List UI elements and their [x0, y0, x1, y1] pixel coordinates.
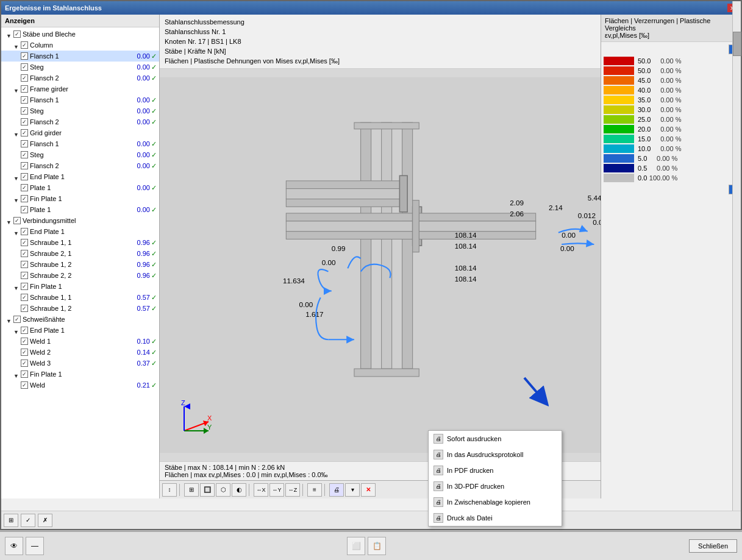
tool-shade-btn[interactable]: ◐ [232, 483, 246, 497]
cb-flansch1-gg[interactable] [21, 140, 28, 147]
tree-group-fp-schw[interactable]: ▼ Fin Plate 1 [1, 369, 159, 380]
svg-text:108.14: 108.14 [455, 275, 477, 283]
tool-more-btn[interactable]: ≡ [307, 483, 322, 497]
tool-move-z-btn[interactable]: ↔Z [285, 483, 300, 497]
print-dropdown-btn[interactable]: ▾ [345, 483, 360, 497]
cb-s12fp[interactable] [21, 305, 28, 312]
cb-steg-fg[interactable] [21, 107, 28, 115]
tree-leaf-weld3[interactable]: Weld 3 0.37 ✓ [1, 358, 159, 369]
bottom-line-btn[interactable]: — [26, 537, 44, 555]
bottom-eye-btn[interactable]: 👁 [5, 537, 23, 555]
expand-icon-fp1: ▼ [13, 196, 20, 202]
tool-wire-btn[interactable]: ⬡ [216, 483, 230, 497]
checkbox-grid[interactable] [21, 129, 28, 136]
checkbox-ep1[interactable] [21, 173, 28, 180]
tree-leaf-plate1-fp[interactable]: Plate 1 0.00 ✓ [1, 204, 159, 215]
tree-leaf-steg-fg[interactable]: Steg 0.00 ✓ [1, 105, 159, 116]
tree-leaf-flansch1-fg[interactable]: Flansch 1 0.00 ✓ [1, 94, 159, 105]
tree-group-endplate1[interactable]: ▼ End Plate 1 [1, 171, 159, 182]
tree-group-column[interactable]: ▼ Column [1, 40, 159, 51]
tree-leaf-weld1[interactable]: Weld 1 0.10 ✓ [1, 336, 159, 347]
dropdown-item-file[interactable]: 🖨 Druck als Datei [429, 510, 562, 526]
legend-item-05: 0.5 0.00 % [604, 164, 738, 172]
tree-leaf-weld2[interactable]: Weld 2 0.14 ✓ [1, 347, 159, 358]
cb-s11fp[interactable] [21, 294, 28, 301]
tree-leaf-flansch1-col[interactable]: Flansch 1 0.00 ✓ [1, 51, 159, 62]
cb-plate1-ep[interactable] [21, 184, 28, 191]
tree-group-ep-schw[interactable]: ▼ End Plate 1 [1, 325, 159, 336]
tree-leaf-steg-gg[interactable]: Steg 0.00 ✓ [1, 149, 159, 160]
cb-s11[interactable] [21, 239, 28, 246]
tree-leaf-schraube21[interactable]: Schraube 2, 1 0.96 ✓ [1, 248, 159, 259]
checkbox-fpv[interactable] [21, 283, 28, 290]
tree-group-verbindungsmittel[interactable]: ▼ Verbindungsmittel [1, 215, 159, 226]
dropdown-item-pdf[interactable]: 🖨 In PDF drucken [429, 463, 562, 478]
checkbox-frame[interactable] [21, 85, 28, 93]
checkbox-fps[interactable] [21, 370, 28, 378]
tool-move-x-btn[interactable]: ↔X [254, 483, 268, 497]
checkbox-stabe[interactable] [13, 30, 21, 38]
legend-item-5: 5.0 0.00 % [604, 154, 738, 163]
cb-flansch1-fg[interactable] [21, 96, 28, 104]
tree-group-grid[interactable]: ▼ Grid girder [1, 127, 159, 138]
tree-group-schweiss[interactable]: ▼ Schweißnähte [1, 314, 159, 325]
checkbox-fp1[interactable] [21, 195, 28, 202]
checkbox-eps[interactable] [21, 327, 28, 334]
cb-steg-gg[interactable] [21, 151, 28, 158]
val-s21: 0.96 [132, 249, 150, 258]
bottom-table-btn[interactable]: ⬜ [347, 537, 365, 555]
cb-flansch2-fg[interactable] [21, 118, 28, 126]
cb-w1[interactable] [21, 338, 28, 345]
tree-group-fp-verb[interactable]: ▼ Fin Plate 1 [1, 281, 159, 292]
cb-w2[interactable] [21, 349, 28, 356]
close-canvas-btn[interactable]: ✕ [361, 483, 376, 497]
checkbox-verb[interactable] [13, 217, 21, 224]
cb-s12[interactable] [21, 261, 28, 268]
tree-leaf-flansch2-fg[interactable]: Flansch 2 0.00 ✓ [1, 116, 159, 127]
cb-s22[interactable] [21, 272, 28, 279]
cb-flansch1-col[interactable] [21, 52, 28, 60]
bottom-note-btn[interactable]: 📋 [368, 537, 386, 555]
cb-steg-col[interactable] [21, 63, 28, 71]
checkbox-epv[interactable] [21, 228, 28, 235]
dropdown-item-sofort[interactable]: 🖨 Sofort ausdrucken [429, 431, 562, 447]
checkbox-schw[interactable] [13, 316, 21, 323]
legend-value-25: 0.00 % [651, 116, 681, 123]
tree-leaf-schraube22[interactable]: Schraube 2, 2 0.96 ✓ [1, 270, 159, 281]
tool-grid-btn[interactable]: ⊞ [184, 483, 199, 497]
tree-leaf-plate1-ep[interactable]: Plate 1 0.00 ✓ [1, 182, 159, 193]
cb-wfp[interactable] [21, 381, 28, 389]
label-frame: Frame girder [30, 84, 157, 94]
cb-flansch2-col[interactable] [21, 74, 28, 82]
tree-leaf-flansch2-col[interactable]: Flansch 2 0.00 ✓ [1, 73, 159, 83]
cb-plate1-fp[interactable] [21, 206, 28, 213]
tool-arrow-btn[interactable]: ↕ [162, 483, 177, 497]
tree-leaf-flansch2-gg[interactable]: Flansch 2 0.00 ✓ [1, 160, 159, 171]
canvas-3d-area[interactable]: FRONT TOP R [160, 69, 601, 461]
tree-leaf-steg-col[interactable]: Steg 0.00 ✓ [1, 62, 159, 73]
tool-render-btn[interactable]: 🔲 [200, 483, 215, 497]
dropdown-item-3dpdf[interactable]: 🖨 In 3D-PDF drucken [429, 478, 562, 494]
tree-leaf-s11fp[interactable]: Schraube 1, 1 0.57 ✓ [1, 292, 159, 303]
cb-w3[interactable] [21, 360, 28, 367]
expand-icon-col: ▼ [13, 42, 20, 48]
tree-group-ep-verb[interactable]: ▼ End Plate 1 [1, 226, 159, 237]
right-header2: εv,pl,Mises [‰] [605, 32, 737, 39]
tool-move-y-btn[interactable]: ↔Y [269, 483, 284, 497]
checkbox-column[interactable] [21, 41, 28, 49]
close-dialog-btn[interactable]: Schließen [689, 539, 737, 553]
tree-leaf-s12fp[interactable]: Schraube 1, 2 0.57 ✓ [1, 303, 159, 314]
cb-flansch2-gg[interactable] [21, 162, 28, 169]
tree-leaf-flansch1-gg[interactable]: Flansch 1 0.00 ✓ [1, 138, 159, 149]
tree-leaf-schraube12[interactable]: Schraube 1, 2 0.96 ✓ [1, 259, 159, 270]
dropdown-item-clipboard[interactable]: 🖨 In Zwischenablage kopieren [429, 494, 562, 510]
dropdown-item-protocol[interactable]: 🖨 In das Ausdrucksprotokoll [429, 447, 562, 463]
tree-leaf-schraube11[interactable]: Schraube 1, 1 0.96 ✓ [1, 237, 159, 248]
tree-leaf-weld-fp[interactable]: Weld 0.21 ✓ [1, 380, 159, 391]
tree-group-frame[interactable]: ▼ Frame girder [1, 83, 159, 94]
tree-group-stabe[interactable]: ▼ Stäbe und Bleche [1, 29, 159, 40]
svg-text:108.14: 108.14 [455, 242, 477, 250]
cb-s21[interactable] [21, 250, 28, 257]
tree-group-finplate1[interactable]: ▼ Fin Plate 1 [1, 193, 159, 204]
print-btn[interactable]: 🖨 [329, 483, 344, 497]
